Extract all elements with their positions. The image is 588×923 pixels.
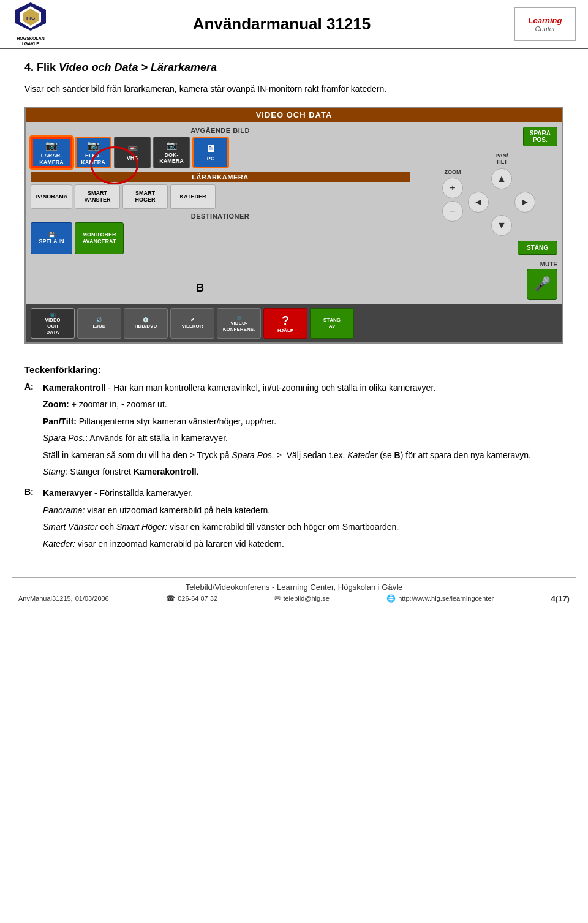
- nav-video-icon: 📺: [50, 312, 56, 318]
- panorama-label: PANORAMA: [36, 194, 67, 200]
- center-text: Center: [535, 25, 555, 32]
- footer-filename: AnvManual31215,: [18, 595, 73, 602]
- larar-kamera-btn[interactable]: 📷 LÄRAR-KAMERA: [31, 137, 72, 168]
- desc-letter-a: A:: [24, 381, 43, 391]
- spela-in-icon: 💾: [48, 232, 55, 238]
- pan-right-btn[interactable]: ►: [514, 192, 535, 213]
- learning-text: Learning: [529, 16, 562, 25]
- footer-bottom: AnvManual31215, 01/03/2006 ☎ 026-64 87 3…: [12, 594, 576, 603]
- nav-stang-label: STÄNGAV: [323, 317, 341, 329]
- nav-ljud-btn[interactable]: 🔊 LJUD: [77, 308, 121, 339]
- section-heading: 4. Flik Video och Data > Lärarkamera: [24, 61, 564, 74]
- pc-icon: 🖥: [206, 143, 216, 154]
- description-section: Teckenförklaring: A: Kamerakontroll - Hä…: [24, 358, 564, 565]
- desc-letter-b: B:: [24, 486, 43, 497]
- nav-hjalp-btn[interactable]: ? HJÄLP: [263, 308, 307, 339]
- nav-hdd-icon: 💿: [143, 317, 149, 323]
- nav-ljud-icon: 🔊: [96, 317, 102, 323]
- spela-in-label: SPELA IN: [39, 238, 64, 245]
- tilt-up-btn[interactable]: ▲: [491, 168, 512, 189]
- dok-kamera-btn[interactable]: 📷 DOK-KAMERA: [153, 137, 190, 168]
- stang-btn[interactable]: STÄNG: [518, 241, 557, 255]
- mute-section: MUTE 🎤: [420, 261, 557, 300]
- spela-in-btn[interactable]: 💾 SPELA IN: [31, 222, 72, 254]
- page-title: Användarmanual 31215: [49, 15, 514, 34]
- larar-kamera-icon: 📷: [45, 140, 58, 151]
- elev-kamera-btn[interactable]: 📷 ELEV-KAMERA: [75, 137, 111, 168]
- nav-ljud-label: LJUD: [93, 323, 106, 330]
- svg-text:HIG: HIG: [26, 15, 34, 21]
- pc-label: PC: [207, 156, 215, 162]
- mute-btn[interactable]: 🎤: [527, 269, 557, 300]
- footer-date: 01/03/2006: [75, 595, 109, 602]
- nav-hdd-label: HDD/DVD: [135, 323, 157, 330]
- label-b: B: [196, 282, 204, 295]
- desc-text-a: Kamerakontroll - Här kan man kontrollera…: [43, 381, 564, 481]
- vhs-label: VHS: [127, 155, 138, 162]
- kateder-btn[interactable]: KATEDER: [170, 184, 216, 209]
- footer-email: ✉ telebild@hig.se: [274, 594, 329, 603]
- interface-container: A ▼ VIDEO OCH DATA AVGÅENDE BILD 📷 LÄRAR…: [24, 107, 564, 344]
- nav-video-label: VIDEOOCHDATA: [45, 317, 61, 335]
- nav-villkor-btn[interactable]: ✔ VILLKOR: [170, 308, 214, 339]
- camera-controls: SPARAPOS. ZOOM + − PAN/TILT: [420, 127, 557, 300]
- nav-villkor-icon: ✔: [190, 317, 195, 323]
- panorama-btn[interactable]: PANORAMA: [31, 184, 72, 209]
- zoom-out-btn[interactable]: −: [442, 201, 463, 222]
- nav-videokonf-label: VIDEO-KONFERENS.: [223, 320, 255, 332]
- pc-btn[interactable]: 🖥 PC: [192, 137, 229, 168]
- right-section: SPARAPOS. ZOOM + − PAN/TILT: [415, 122, 562, 304]
- footer-phone-number: 026-64 87 32: [178, 595, 217, 602]
- top-bar: VIDEO OCH DATA: [26, 108, 562, 122]
- monitorer-label: MONITORERAVANCERAT: [83, 232, 116, 245]
- vhs-btn[interactable]: 📼 VHS: [114, 137, 151, 168]
- footer-email-address: telebild@hig.se: [283, 595, 329, 602]
- pan-tilt-label: PAN/TILT: [496, 153, 508, 165]
- nav-videokonf-btn[interactable]: 📹 VIDEO-KONFERENS.: [217, 308, 261, 339]
- learning-center-logo: Learning Center: [514, 7, 576, 41]
- destinationer-label: DESTINATIONER: [31, 213, 410, 220]
- nav-hjalp-icon: ?: [282, 313, 289, 328]
- kateder-label: KATEDER: [180, 194, 206, 200]
- view-buttons-row: PANORAMA SMARTVÄNSTER SMARTHÖGER KATEDER: [31, 184, 410, 209]
- footer-left: AnvManual31215, 01/03/2006: [18, 595, 109, 602]
- nav-hjalp-label: HJÄLP: [277, 328, 293, 334]
- web-icon: 🌐: [386, 594, 396, 603]
- description-heading: Teckenförklaring:: [24, 364, 564, 375]
- elev-kamera-label: ELEV-KAMERA: [81, 153, 105, 166]
- tilt-down-btn[interactable]: ▼: [491, 215, 512, 236]
- desc-text-b: Kameravyer - Förinställda kameravyer. Pa…: [43, 486, 564, 554]
- monitorer-btn[interactable]: MONITORERAVANCERAT: [75, 222, 124, 254]
- smart-vanster-btn[interactable]: SMARTVÄNSTER: [75, 184, 120, 209]
- smart-hoger-btn[interactable]: SMARTHÖGER: [123, 184, 168, 209]
- avgaende-label: AVGÅENDE BILD: [31, 127, 410, 134]
- nav-video-btn[interactable]: 📺 VIDEOOCHDATA: [31, 308, 75, 339]
- footer-phone: ☎ 026-64 87 32: [166, 594, 217, 603]
- zoom-in-btn[interactable]: +: [442, 178, 463, 198]
- logo-block: HIG HÖGSKOLAN I GÄVLE: [12, 1, 49, 47]
- phone-icon: ☎: [166, 594, 175, 603]
- footer-web: 🌐 http://www.hig.se/learningcenter: [386, 594, 494, 603]
- page-footer: Telebild/Videokonferens - Learning Cente…: [12, 577, 576, 607]
- desc-item-a: A: Kamerakontroll - Här kan man kontroll…: [24, 381, 564, 481]
- mute-label: MUTE: [540, 261, 557, 268]
- smart-hoger-label: SMARTHÖGER: [135, 190, 155, 203]
- dok-kamera-icon: 📷: [167, 140, 177, 151]
- dest-buttons-row: 💾 SPELA IN MONITORERAVANCERAT: [31, 222, 410, 254]
- elev-kamera-icon: 📷: [87, 140, 99, 151]
- spara-pos-btn[interactable]: SPARAPOS.: [523, 127, 557, 146]
- footer-center-text: Telebild/Videokonferens - Learning Cente…: [12, 582, 576, 592]
- nav-videokonf-icon: 📹: [236, 315, 242, 321]
- nav-villkor-label: VILLKOR: [181, 323, 203, 330]
- nav-hdd-btn[interactable]: 💿 HDD/DVD: [124, 308, 168, 339]
- vhs-icon: 📼: [127, 143, 138, 154]
- email-icon: ✉: [274, 594, 281, 603]
- interface-box: VIDEO OCH DATA AVGÅENDE BILD 📷 LÄRAR-KAM…: [24, 107, 564, 344]
- page-number: 4(17): [551, 594, 570, 603]
- left-section: AVGÅENDE BILD 📷 LÄRAR-KAMERA 📷 ELEV-KAME…: [26, 122, 415, 304]
- pan-left-btn[interactable]: ◄: [468, 192, 489, 213]
- smart-vanster-label: SMARTVÄNSTER: [84, 190, 110, 203]
- nav-stang-btn[interactable]: STÄNGAV: [310, 308, 354, 339]
- logo-text: HÖGSKOLAN I GÄVLE: [17, 36, 45, 47]
- logo-image: HIG: [12, 1, 49, 35]
